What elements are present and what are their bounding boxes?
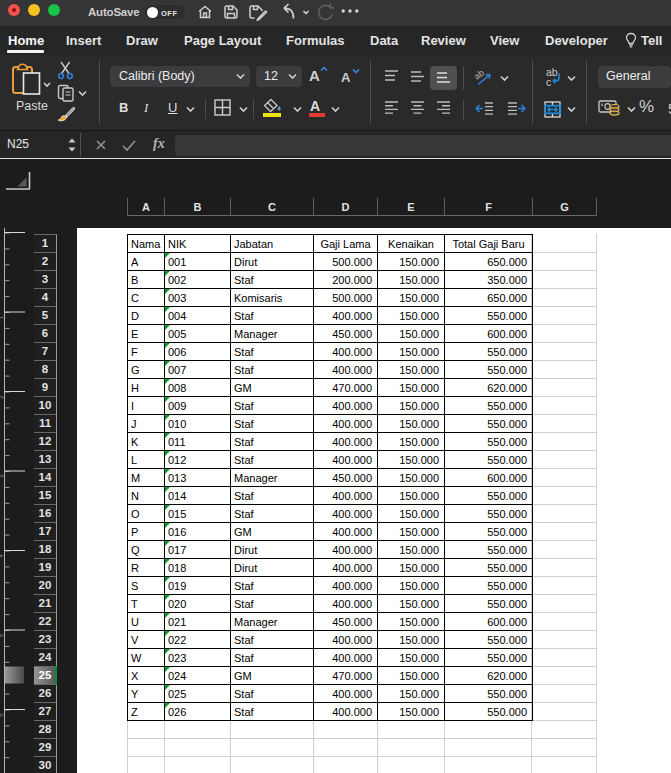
svg-text:3: 3 [0,474,4,478]
svg-text:5: 5 [0,633,4,637]
svg-text:6: 6 [0,713,4,717]
svg-text:c: c [546,76,551,88]
svg-text:4: 4 [0,554,4,558]
svg-text:2: 2 [0,395,4,399]
svg-text:1: 1 [0,315,4,319]
